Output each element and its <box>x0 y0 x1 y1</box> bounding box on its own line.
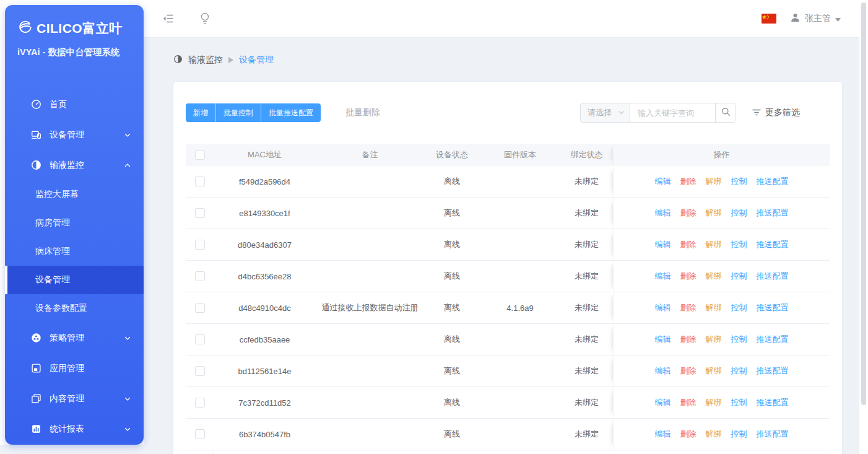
batch-control-button[interactable]: 批量控制 <box>215 103 261 122</box>
action-delete[interactable]: 删除 <box>680 365 697 377</box>
filter-select[interactable]: 请选择 <box>581 103 630 122</box>
breadcrumb-current: 设备管理 <box>239 55 274 66</box>
action-unbind[interactable]: 解绑 <box>706 207 722 219</box>
sidebar-item-3[interactable]: 输液监控 <box>5 150 144 180</box>
infusion-droplet-icon <box>31 160 41 170</box>
china-flag-icon[interactable] <box>762 14 776 24</box>
content-icon <box>31 393 41 404</box>
action-edit[interactable]: 编辑 <box>655 365 671 377</box>
chevron-down-icon <box>124 334 131 342</box>
sidebar-item-5[interactable]: 应用管理 <box>5 353 144 383</box>
action-push-config[interactable]: 推送配置 <box>757 271 789 282</box>
below-sidebar-strip <box>0 445 144 454</box>
action-delete[interactable]: 删除 <box>680 302 697 313</box>
action-push-config[interactable]: 推送配置 <box>757 429 789 440</box>
sidebar-subitem-4[interactable]: 设备管理 <box>5 266 144 294</box>
infusion-droplet-icon <box>173 55 183 66</box>
collapse-sidebar-icon[interactable] <box>162 13 175 24</box>
action-delete[interactable]: 删除 <box>680 207 697 219</box>
mac-cell: d4bc6356ee28 <box>214 272 316 281</box>
action-edit[interactable]: 编辑 <box>655 397 671 408</box>
action-control[interactable]: 控制 <box>731 207 747 219</box>
action-unbind[interactable]: 解绑 <box>706 365 722 377</box>
lightbulb-icon[interactable] <box>199 12 210 25</box>
sidebar-subitem-3[interactable]: 病床管理 <box>5 237 144 266</box>
action-control[interactable]: 控制 <box>731 397 747 408</box>
keyword-search-input[interactable] <box>630 103 715 122</box>
action-unbind[interactable]: 解绑 <box>706 334 722 345</box>
sidebar-subitem-1[interactable]: 监控大屏幕 <box>5 180 144 209</box>
action-control[interactable]: 控制 <box>731 334 747 345</box>
action-edit[interactable]: 编辑 <box>655 302 671 313</box>
action-unbind[interactable]: 解绑 <box>706 239 722 250</box>
action-edit[interactable]: 编辑 <box>655 271 671 282</box>
row-checkbox[interactable] <box>195 366 205 376</box>
row-actions: 编辑删除解绑控制推送配置 <box>613 261 830 292</box>
row-checkbox[interactable] <box>195 334 205 344</box>
action-unbind[interactable]: 解绑 <box>706 271 722 282</box>
action-control[interactable]: 控制 <box>731 271 747 282</box>
batch-push-config-button[interactable]: 批量推送配置 <box>261 103 321 122</box>
action-delete[interactable]: 删除 <box>680 334 697 345</box>
row-checkbox[interactable] <box>195 429 205 439</box>
remark-cell: 通过接收上报数据自动注册 <box>316 302 424 313</box>
action-delete[interactable]: 删除 <box>680 271 697 282</box>
row-checkbox[interactable] <box>195 271 205 281</box>
action-push-config[interactable]: 推送配置 <box>757 239 789 250</box>
user-menu[interactable]: 张主管 <box>790 12 841 25</box>
action-unbind[interactable]: 解绑 <box>706 302 722 313</box>
select-all-checkbox[interactable] <box>195 150 205 160</box>
action-edit[interactable]: 编辑 <box>655 239 671 250</box>
action-unbind[interactable]: 解绑 <box>706 176 722 187</box>
batch-delete-button[interactable]: 批量删除 <box>345 107 380 118</box>
row-checkbox[interactable] <box>195 177 205 186</box>
row-checkbox[interactable] <box>195 240 205 250</box>
action-delete[interactable]: 删除 <box>680 397 697 408</box>
sidebar-subitem-label: 病房管理 <box>35 217 70 229</box>
column-header-status: 设备状态 <box>424 149 480 160</box>
action-control[interactable]: 控制 <box>731 239 747 250</box>
action-control[interactable]: 控制 <box>731 302 747 313</box>
scrollbar-thumb[interactable] <box>861 2 866 405</box>
action-edit[interactable]: 编辑 <box>655 429 671 440</box>
table-row: 6b374b0547fb离线未绑定编辑删除解绑控制推送配置 <box>186 419 830 450</box>
sidebar-subitem-5[interactable]: 设备参数配置 <box>5 294 144 323</box>
mac-cell: bd112561e14e <box>214 367 316 376</box>
sidebar-item-1[interactable]: 首页 <box>5 89 144 120</box>
action-push-config[interactable]: 推送配置 <box>757 176 789 187</box>
sidebar-item-2[interactable]: 设备管理 <box>5 120 144 150</box>
action-push-config[interactable]: 推送配置 <box>757 397 789 408</box>
content-card: 新增 批量控制 批量推送配置 批量删除 请选择 <box>173 82 842 454</box>
action-edit[interactable]: 编辑 <box>655 207 671 219</box>
action-delete[interactable]: 删除 <box>680 176 697 187</box>
add-button[interactable]: 新增 <box>186 103 215 122</box>
sidebar-item-4[interactable]: 策略管理 <box>5 323 144 353</box>
action-control[interactable]: 控制 <box>731 365 747 377</box>
row-checkbox[interactable] <box>195 398 205 408</box>
action-push-config[interactable]: 推送配置 <box>757 334 789 345</box>
action-unbind[interactable]: 解绑 <box>706 397 722 408</box>
table-header: MAC地址 备注 设备状态 固件版本 绑定状态 操作 <box>186 144 830 166</box>
filter-lines-icon <box>752 108 761 118</box>
action-delete[interactable]: 删除 <box>680 239 697 250</box>
action-control[interactable]: 控制 <box>731 176 747 187</box>
search-button[interactable] <box>715 103 736 122</box>
row-checkbox[interactable] <box>195 208 205 218</box>
sidebar-item-6[interactable]: 内容管理 <box>5 383 144 414</box>
action-control[interactable]: 控制 <box>731 429 747 440</box>
sidebar-subitem-2[interactable]: 病房管理 <box>5 209 144 237</box>
more-filters-button[interactable]: 更多筛选 <box>752 107 800 118</box>
chevron-down-icon <box>124 395 131 403</box>
action-push-config[interactable]: 推送配置 <box>757 207 789 219</box>
sidebar-item-7[interactable]: 统计报表 <box>5 414 144 444</box>
action-edit[interactable]: 编辑 <box>655 334 671 345</box>
mac-cell: ccfedb35aaee <box>214 335 316 344</box>
action-edit[interactable]: 编辑 <box>655 176 671 187</box>
binding-cell: 未绑定 <box>560 429 613 440</box>
action-unbind[interactable]: 解绑 <box>706 429 722 440</box>
action-push-config[interactable]: 推送配置 <box>757 365 789 377</box>
chevron-down-icon <box>618 108 625 118</box>
row-checkbox[interactable] <box>195 303 205 313</box>
action-push-config[interactable]: 推送配置 <box>757 302 789 313</box>
action-delete[interactable]: 删除 <box>680 429 697 440</box>
